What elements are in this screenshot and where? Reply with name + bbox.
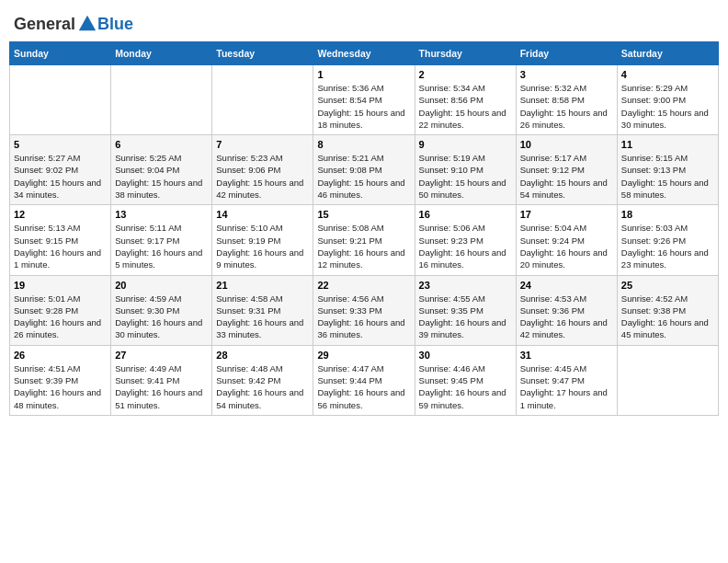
day-number: 20: [115, 280, 208, 291]
calendar-cell: 7Sunrise: 5:23 AM Sunset: 9:06 PM Daylig…: [212, 135, 313, 205]
day-number: 10: [520, 139, 613, 150]
calendar-cell: 21Sunrise: 4:58 AM Sunset: 9:31 PM Dayli…: [212, 275, 313, 345]
day-number: 28: [216, 350, 309, 361]
calendar-cell: 28Sunrise: 4:48 AM Sunset: 9:42 PM Dayli…: [212, 345, 313, 415]
day-number: 1: [317, 69, 410, 80]
calendar-cell: 29Sunrise: 4:47 AM Sunset: 9:44 PM Dayli…: [313, 345, 415, 415]
day-info: Sunrise: 4:59 AM Sunset: 9:30 PM Dayligh…: [115, 293, 208, 341]
calendar-header-row: SundayMondayTuesdayWednesdayThursdayFrid…: [10, 42, 719, 65]
day-info: Sunrise: 5:10 AM Sunset: 9:19 PM Dayligh…: [216, 222, 309, 270]
day-number: 8: [317, 139, 410, 150]
day-number: 5: [14, 139, 107, 150]
calendar-week-row: 19Sunrise: 5:01 AM Sunset: 9:28 PM Dayli…: [10, 275, 719, 345]
calendar-cell: [617, 345, 718, 415]
calendar-cell: [111, 65, 212, 135]
calendar-cell: 5Sunrise: 5:27 AM Sunset: 9:02 PM Daylig…: [10, 135, 111, 205]
page-header: GeneralBlue: [9, 9, 719, 34]
day-number: 16: [419, 209, 512, 220]
day-number: 9: [419, 139, 512, 150]
day-number: 2: [419, 69, 512, 80]
day-header-thursday: Thursday: [415, 42, 516, 65]
day-info: Sunrise: 5:23 AM Sunset: 9:06 PM Dayligh…: [216, 152, 309, 201]
day-number: 13: [115, 209, 208, 220]
calendar-cell: 2Sunrise: 5:34 AM Sunset: 8:56 PM Daylig…: [415, 65, 516, 135]
day-number: 14: [216, 209, 309, 220]
day-info: Sunrise: 4:55 AM Sunset: 9:35 PM Dayligh…: [419, 293, 512, 341]
day-info: Sunrise: 5:36 AM Sunset: 8:54 PM Dayligh…: [317, 82, 410, 131]
day-info: Sunrise: 5:15 AM Sunset: 9:13 PM Dayligh…: [621, 152, 714, 201]
day-info: Sunrise: 5:11 AM Sunset: 9:17 PM Dayligh…: [115, 222, 208, 270]
day-number: 17: [520, 209, 613, 220]
day-info: Sunrise: 4:46 AM Sunset: 9:45 PM Dayligh…: [419, 362, 512, 411]
day-info: Sunrise: 4:49 AM Sunset: 9:41 PM Dayligh…: [115, 362, 208, 411]
day-info: Sunrise: 5:25 AM Sunset: 9:04 PM Dayligh…: [115, 152, 208, 201]
day-number: 18: [621, 209, 714, 220]
day-number: 19: [14, 280, 107, 291]
logo: GeneralBlue: [14, 14, 133, 34]
day-number: 21: [216, 280, 309, 291]
calendar-cell: 26Sunrise: 4:51 AM Sunset: 9:39 PM Dayli…: [10, 345, 111, 415]
calendar-cell: 4Sunrise: 5:29 AM Sunset: 9:00 PM Daylig…: [617, 65, 718, 135]
day-header-monday: Monday: [111, 42, 212, 65]
logo-icon: [77, 14, 97, 34]
calendar-week-row: 1Sunrise: 5:36 AM Sunset: 8:54 PM Daylig…: [10, 65, 719, 135]
calendar-cell: 20Sunrise: 4:59 AM Sunset: 9:30 PM Dayli…: [111, 275, 212, 345]
day-number: 24: [520, 280, 613, 291]
day-info: Sunrise: 5:03 AM Sunset: 9:26 PM Dayligh…: [621, 222, 714, 270]
day-info: Sunrise: 4:56 AM Sunset: 9:33 PM Dayligh…: [317, 293, 410, 341]
day-info: Sunrise: 4:47 AM Sunset: 9:44 PM Dayligh…: [317, 362, 410, 411]
day-header-friday: Friday: [516, 42, 617, 65]
day-header-wednesday: Wednesday: [313, 42, 415, 65]
day-info: Sunrise: 5:01 AM Sunset: 9:28 PM Dayligh…: [14, 293, 107, 341]
day-info: Sunrise: 4:45 AM Sunset: 9:47 PM Dayligh…: [520, 362, 613, 411]
calendar-cell: 6Sunrise: 5:25 AM Sunset: 9:04 PM Daylig…: [111, 135, 212, 205]
day-number: 15: [317, 209, 410, 220]
day-info: Sunrise: 4:48 AM Sunset: 9:42 PM Dayligh…: [216, 362, 309, 411]
calendar-cell: 19Sunrise: 5:01 AM Sunset: 9:28 PM Dayli…: [10, 275, 111, 345]
day-number: 29: [317, 350, 410, 361]
calendar-cell: [10, 65, 111, 135]
calendar-cell: 1Sunrise: 5:36 AM Sunset: 8:54 PM Daylig…: [313, 65, 415, 135]
calendar-cell: 11Sunrise: 5:15 AM Sunset: 9:13 PM Dayli…: [617, 135, 718, 205]
calendar-cell: 24Sunrise: 4:53 AM Sunset: 9:36 PM Dayli…: [516, 275, 617, 345]
day-header-saturday: Saturday: [617, 42, 718, 65]
day-info: Sunrise: 5:21 AM Sunset: 9:08 PM Dayligh…: [317, 152, 410, 201]
day-number: 12: [14, 209, 107, 220]
day-info: Sunrise: 5:29 AM Sunset: 9:00 PM Dayligh…: [621, 82, 714, 131]
calendar-cell: 17Sunrise: 5:04 AM Sunset: 9:24 PM Dayli…: [516, 205, 617, 275]
calendar-cell: 13Sunrise: 5:11 AM Sunset: 9:17 PM Dayli…: [111, 205, 212, 275]
calendar-cell: 31Sunrise: 4:45 AM Sunset: 9:47 PM Dayli…: [516, 345, 617, 415]
calendar-cell: [212, 65, 313, 135]
calendar-cell: 25Sunrise: 4:52 AM Sunset: 9:38 PM Dayli…: [617, 275, 718, 345]
day-info: Sunrise: 5:19 AM Sunset: 9:10 PM Dayligh…: [419, 152, 512, 201]
day-number: 3: [520, 69, 613, 80]
calendar-cell: 14Sunrise: 5:10 AM Sunset: 9:19 PM Dayli…: [212, 205, 313, 275]
day-info: Sunrise: 5:06 AM Sunset: 9:23 PM Dayligh…: [419, 222, 512, 270]
calendar-week-row: 26Sunrise: 4:51 AM Sunset: 9:39 PM Dayli…: [10, 345, 719, 415]
day-info: Sunrise: 5:13 AM Sunset: 9:15 PM Dayligh…: [14, 222, 107, 270]
day-info: Sunrise: 4:58 AM Sunset: 9:31 PM Dayligh…: [216, 293, 309, 341]
calendar-cell: 18Sunrise: 5:03 AM Sunset: 9:26 PM Dayli…: [617, 205, 718, 275]
day-number: 11: [621, 139, 714, 150]
logo-general: General: [14, 15, 75, 34]
day-number: 27: [115, 350, 208, 361]
calendar-cell: 10Sunrise: 5:17 AM Sunset: 9:12 PM Dayli…: [516, 135, 617, 205]
day-header-tuesday: Tuesday: [212, 42, 313, 65]
calendar-cell: 23Sunrise: 4:55 AM Sunset: 9:35 PM Dayli…: [415, 275, 516, 345]
day-info: Sunrise: 5:17 AM Sunset: 9:12 PM Dayligh…: [520, 152, 613, 201]
calendar-cell: 12Sunrise: 5:13 AM Sunset: 9:15 PM Dayli…: [10, 205, 111, 275]
day-number: 31: [520, 350, 613, 361]
day-number: 22: [317, 280, 410, 291]
calendar-cell: 9Sunrise: 5:19 AM Sunset: 9:10 PM Daylig…: [415, 135, 516, 205]
calendar-cell: 3Sunrise: 5:32 AM Sunset: 8:58 PM Daylig…: [516, 65, 617, 135]
logo-blue: Blue: [97, 15, 133, 34]
calendar-week-row: 12Sunrise: 5:13 AM Sunset: 9:15 PM Dayli…: [10, 205, 719, 275]
day-number: 7: [216, 139, 309, 150]
day-info: Sunrise: 5:32 AM Sunset: 8:58 PM Dayligh…: [520, 82, 613, 131]
day-header-sunday: Sunday: [10, 42, 111, 65]
calendar-cell: 22Sunrise: 4:56 AM Sunset: 9:33 PM Dayli…: [313, 275, 415, 345]
day-info: Sunrise: 4:51 AM Sunset: 9:39 PM Dayligh…: [14, 362, 107, 411]
calendar-cell: 15Sunrise: 5:08 AM Sunset: 9:21 PM Dayli…: [313, 205, 415, 275]
day-number: 25: [621, 280, 714, 291]
svg-marker-0: [79, 16, 96, 31]
